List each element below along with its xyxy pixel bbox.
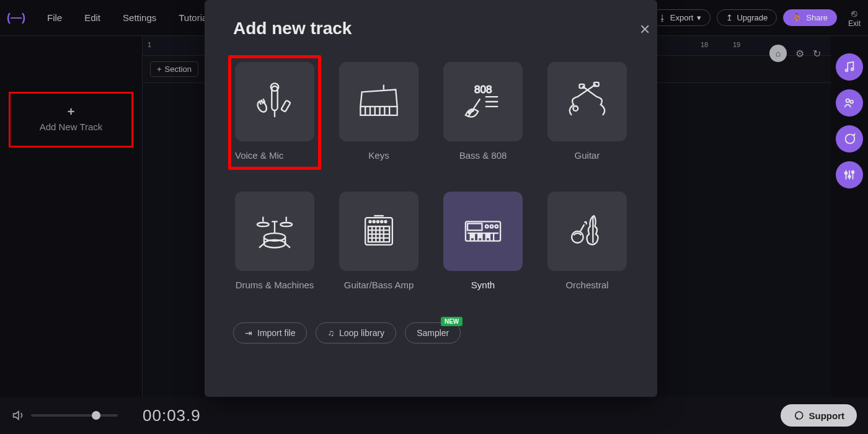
track-option-bass-808[interactable]: 808 Bass & 808 bbox=[441, 62, 525, 161]
track-option-synth[interactable]: Synth bbox=[441, 192, 525, 290]
svg-point-15 bbox=[471, 109, 473, 111]
loop-library-label: Loop library bbox=[339, 328, 384, 338]
highlight-frame: Voice & Mic bbox=[228, 55, 321, 170]
sampler-label: Sampler bbox=[417, 328, 449, 338]
loop-library-button[interactable]: ♫ Loop library bbox=[316, 322, 396, 343]
piano-icon bbox=[355, 78, 403, 126]
svg-point-16 bbox=[573, 106, 578, 111]
svg-rect-31 bbox=[467, 224, 482, 231]
track-option-orchestral[interactable]: Orchestral bbox=[546, 192, 629, 290]
track-label: Synth bbox=[471, 280, 495, 290]
modal-title: Add new track bbox=[233, 19, 629, 38]
close-icon: ✕ bbox=[639, 22, 650, 38]
microphone-icon bbox=[250, 78, 299, 126]
svg-point-14 bbox=[469, 112, 471, 113]
import-label: Import file bbox=[257, 328, 295, 338]
bass-808-icon: 808 bbox=[459, 78, 507, 126]
svg-point-27 bbox=[377, 221, 379, 223]
svg-point-28 bbox=[381, 221, 383, 223]
svg-point-34 bbox=[495, 225, 498, 228]
modal-footer: ⇥ Import file ♫ Loop library Sampler NEW bbox=[233, 322, 629, 343]
svg-point-26 bbox=[373, 221, 375, 223]
import-icon: ⇥ bbox=[245, 328, 252, 338]
amp-icon bbox=[355, 207, 403, 255]
track-option-voice-mic[interactable]: Voice & Mic bbox=[233, 62, 316, 161]
svg-rect-12 bbox=[281, 100, 290, 112]
track-option-drums[interactable]: Drums & Machines bbox=[233, 192, 316, 290]
track-label: Voice & Mic bbox=[235, 150, 314, 161]
svg-point-21 bbox=[257, 223, 269, 226]
track-type-grid: Voice & Mic Keys 808 bbox=[233, 62, 629, 290]
guitar-icon bbox=[563, 78, 611, 126]
track-label: Orchestral bbox=[565, 280, 608, 290]
add-track-modal: ✕ Add new track Voice & Mic bbox=[205, 0, 657, 397]
import-file-button[interactable]: ⇥ Import file bbox=[233, 322, 307, 343]
svg-point-29 bbox=[384, 221, 386, 223]
modal-close-button[interactable]: ✕ bbox=[632, 17, 657, 42]
track-label: Bass & 808 bbox=[459, 150, 507, 161]
svg-point-22 bbox=[280, 223, 292, 226]
drums-icon bbox=[250, 207, 299, 255]
synth-icon bbox=[459, 207, 507, 255]
svg-text:808: 808 bbox=[474, 83, 492, 95]
svg-rect-37 bbox=[487, 233, 489, 237]
track-label: Drums & Machines bbox=[236, 280, 314, 290]
track-label: Guitar/Bass Amp bbox=[344, 280, 414, 290]
track-option-guitar[interactable]: Guitar bbox=[546, 62, 629, 161]
svg-rect-18 bbox=[580, 84, 585, 88]
sampler-button[interactable]: Sampler NEW bbox=[405, 322, 461, 343]
svg-rect-17 bbox=[594, 82, 599, 86]
new-badge: NEW bbox=[441, 317, 463, 326]
track-option-keys[interactable]: Keys bbox=[337, 62, 420, 161]
svg-rect-35 bbox=[471, 233, 473, 237]
track-label: Guitar bbox=[575, 150, 600, 161]
track-option-amp[interactable]: Guitar/Bass Amp bbox=[337, 192, 420, 290]
orchestral-icon bbox=[563, 207, 611, 255]
svg-point-25 bbox=[369, 221, 371, 223]
svg-point-33 bbox=[490, 225, 494, 228]
svg-rect-36 bbox=[479, 233, 481, 237]
svg-point-32 bbox=[485, 225, 489, 228]
track-label: Keys bbox=[368, 150, 389, 161]
music-note-icon: ♫ bbox=[327, 328, 334, 338]
